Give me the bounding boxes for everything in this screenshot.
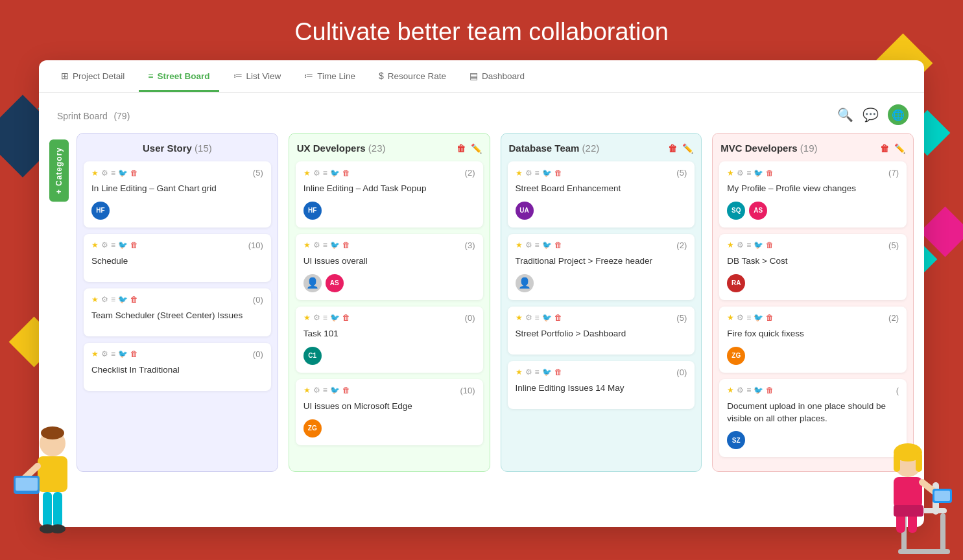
tag-icon[interactable]: 🐦 — [754, 386, 763, 395]
list-icon[interactable]: ≡ — [111, 169, 115, 178]
card-user-story-1[interactable]: ★ ⚙ ≡ 🐦 🗑 (10) Schedule — [84, 234, 271, 282]
link-icon[interactable]: ⚙ — [313, 169, 320, 178]
star-icon[interactable]: ★ — [727, 240, 734, 250]
list-icon[interactable]: ≡ — [746, 313, 751, 322]
card-mvc-developers-2[interactable]: ★ ⚙ ≡ 🐦 🗑 (2) Fire fox quick fixess ZG — [719, 307, 907, 373]
col-edit-btn-database-team[interactable]: ✏️ — [682, 143, 693, 154]
delete-icon[interactable]: 🗑 — [554, 368, 562, 377]
tag-icon[interactable]: 🐦 — [542, 240, 552, 250]
star-icon[interactable]: ★ — [516, 313, 523, 322]
delete-icon[interactable]: 🗑 — [554, 169, 562, 178]
star-icon[interactable]: ★ — [727, 169, 734, 178]
link-icon[interactable]: ⚙ — [737, 386, 744, 395]
list-icon[interactable]: ≡ — [323, 169, 327, 178]
search-icon[interactable]: 🔍 — [837, 107, 853, 122]
delete-icon[interactable]: 🗑 — [130, 169, 138, 178]
nav-tab-project-detail[interactable]: ⊞Project Detail — [52, 60, 134, 92]
list-icon[interactable]: ≡ — [535, 240, 540, 250]
delete-icon[interactable]: 🗑 — [130, 349, 138, 358]
list-icon[interactable]: ≡ — [746, 169, 751, 178]
col-edit-btn-mvc-developers[interactable]: ✏️ — [894, 143, 905, 154]
category-sidebar-btn[interactable]: + Category — [49, 139, 69, 202]
link-icon[interactable]: ⚙ — [737, 169, 744, 178]
link-icon[interactable]: ⚙ — [101, 169, 108, 178]
col-edit-btn-ux-developers[interactable]: ✏️ — [471, 143, 482, 154]
star-icon[interactable]: ★ — [91, 169, 99, 178]
delete-icon[interactable]: 🗑 — [342, 313, 350, 322]
card-ux-developers-0[interactable]: ★ ⚙ ≡ 🐦 🗑 (2) Inline Editing – Add Task … — [296, 161, 483, 228]
link-icon[interactable]: ⚙ — [525, 240, 532, 250]
list-icon[interactable]: ≡ — [535, 169, 540, 178]
delete-icon[interactable]: 🗑 — [554, 240, 562, 250]
delete-icon[interactable]: 🗑 — [554, 313, 562, 322]
tag-icon[interactable]: 🐦 — [754, 240, 763, 250]
card-user-story-3[interactable]: ★ ⚙ ≡ 🐦 🗑 (0) Checklist In Traditional — [84, 343, 271, 391]
card-ux-developers-3[interactable]: ★ ⚙ ≡ 🐦 🗑 (10) UI issues on Microsoft Ed… — [296, 379, 483, 445]
card-ux-developers-2[interactable]: ★ ⚙ ≡ 🐦 🗑 (0) Task 101 C1 — [296, 307, 483, 373]
star-icon[interactable]: ★ — [516, 368, 523, 377]
link-icon[interactable]: ⚙ — [525, 313, 532, 322]
delete-icon[interactable]: 🗑 — [766, 386, 774, 395]
col-delete-btn-database-team[interactable]: 🗑 — [668, 143, 677, 154]
link-icon[interactable]: ⚙ — [101, 349, 108, 358]
delete-icon[interactable]: 🗑 — [342, 386, 350, 395]
globe-icon[interactable]: 🌐 — [888, 104, 909, 125]
list-icon[interactable]: ≡ — [746, 240, 751, 250]
delete-icon[interactable]: 🗑 — [130, 295, 138, 304]
star-icon[interactable]: ★ — [727, 386, 734, 395]
tag-icon[interactable]: 🐦 — [330, 169, 340, 178]
link-icon[interactable]: ⚙ — [313, 386, 320, 395]
list-icon[interactable]: ≡ — [111, 349, 115, 358]
list-icon[interactable]: ≡ — [535, 313, 540, 322]
star-icon[interactable]: ★ — [303, 313, 311, 322]
link-icon[interactable]: ⚙ — [737, 240, 744, 250]
tag-icon[interactable]: 🐦 — [754, 313, 763, 322]
messages-icon[interactable]: 💬 — [862, 107, 879, 122]
star-icon[interactable]: ★ — [91, 240, 99, 250]
star-icon[interactable]: ★ — [91, 295, 99, 304]
tag-icon[interactable]: 🐦 — [330, 240, 340, 250]
card-ux-developers-1[interactable]: ★ ⚙ ≡ 🐦 🗑 (3) UI issues overall 👤AS — [296, 234, 483, 300]
nav-tab-street-board[interactable]: ≡Street Board — [139, 60, 219, 92]
card-database-team-3[interactable]: ★ ⚙ ≡ 🐦 🗑 (0) Inline Editing Issues 14 M… — [508, 361, 695, 409]
tag-icon[interactable]: 🐦 — [542, 313, 552, 322]
card-user-story-2[interactable]: ★ ⚙ ≡ 🐦 🗑 (0) Team Scheduler (Street Cen… — [84, 288, 271, 336]
star-icon[interactable]: ★ — [516, 169, 523, 178]
card-database-team-0[interactable]: ★ ⚙ ≡ 🐦 🗑 (5) Street Board Enhancement U… — [508, 161, 695, 228]
delete-icon[interactable]: 🗑 — [342, 240, 350, 250]
list-icon[interactable]: ≡ — [535, 368, 540, 377]
nav-tab-resource-rate[interactable]: $Resource Rate — [370, 60, 455, 92]
delete-icon[interactable]: 🗑 — [766, 169, 774, 178]
card-database-team-2[interactable]: ★ ⚙ ≡ 🐦 🗑 (5) Street Portfolio > Dashboa… — [508, 307, 695, 355]
tag-icon[interactable]: 🐦 — [330, 313, 340, 322]
tag-icon[interactable]: 🐦 — [330, 386, 340, 395]
star-icon[interactable]: ★ — [303, 169, 311, 178]
nav-tab-dashboard[interactable]: ▤Dashboard — [460, 60, 534, 92]
col-delete-btn-mvc-developers[interactable]: 🗑 — [880, 143, 889, 154]
delete-icon[interactable]: 🗑 — [130, 240, 138, 250]
star-icon[interactable]: ★ — [727, 313, 734, 322]
list-icon[interactable]: ≡ — [111, 295, 115, 304]
tag-icon[interactable]: 🐦 — [542, 368, 552, 377]
card-mvc-developers-1[interactable]: ★ ⚙ ≡ 🐦 🗑 (5) DB Task > Cost RA — [719, 234, 907, 300]
list-icon[interactable]: ≡ — [746, 386, 751, 395]
delete-icon[interactable]: 🗑 — [766, 240, 774, 250]
list-icon[interactable]: ≡ — [323, 313, 327, 322]
delete-icon[interactable]: 🗑 — [342, 169, 350, 178]
list-icon[interactable]: ≡ — [323, 240, 327, 250]
tag-icon[interactable]: 🐦 — [542, 169, 552, 178]
link-icon[interactable]: ⚙ — [313, 240, 320, 250]
link-icon[interactable]: ⚙ — [737, 313, 744, 322]
nav-tab-time-line[interactable]: ≔Time Line — [295, 60, 364, 92]
tag-icon[interactable]: 🐦 — [754, 169, 763, 178]
tag-icon[interactable]: 🐦 — [118, 240, 128, 250]
link-icon[interactable]: ⚙ — [101, 240, 108, 250]
link-icon[interactable]: ⚙ — [101, 295, 108, 304]
link-icon[interactable]: ⚙ — [313, 313, 320, 322]
star-icon[interactable]: ★ — [91, 349, 99, 358]
star-icon[interactable]: ★ — [303, 240, 311, 250]
star-icon[interactable]: ★ — [303, 386, 311, 395]
link-icon[interactable]: ⚙ — [525, 368, 532, 377]
star-icon[interactable]: ★ — [516, 240, 523, 250]
tag-icon[interactable]: 🐦 — [118, 349, 128, 358]
